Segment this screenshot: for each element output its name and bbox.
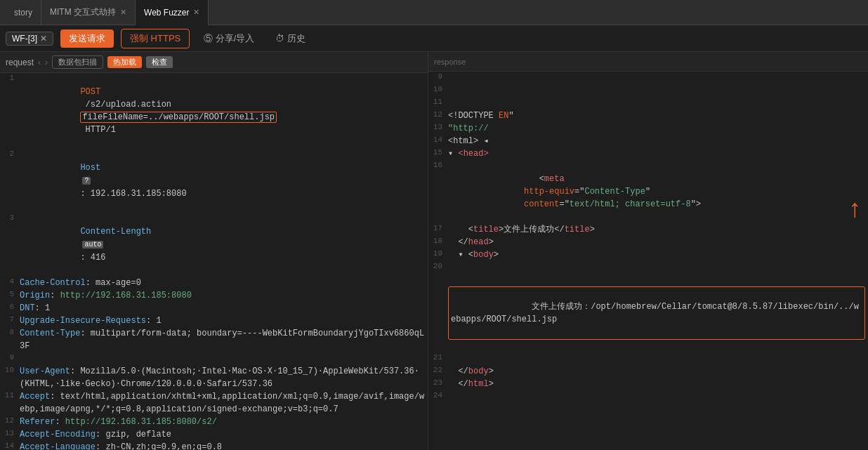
second-toolbar: WF-[3] ✕ 发送请求 强制 HTTPS ⑤ 分享/导入 ⏱ 历史 [0,25,868,52]
tab-mitm-close[interactable]: ✕ [120,8,126,17]
tab-webfuzzer[interactable]: Web Fuzzer ✕ [136,0,209,25]
code-line-13: 13 Accept-Encoding: gzip, deflate [0,428,428,441]
tab-webfuzzer-label: Web Fuzzer [144,8,189,18]
hot-load-button[interactable]: 热加载 [107,56,142,68]
wf-tag-label: WF-[3] [12,34,37,44]
r-code-line-22: 22 </body> [428,365,868,378]
tab-webfuzzer-close[interactable]: ✕ [193,8,199,17]
r-code-line-24: 24 [428,390,868,403]
tab-mitm[interactable]: MITM 交互式劫持 ✕ [41,0,136,25]
r-code-line-17: 17 <title>文件上传成功</title> [428,223,868,236]
code-line-11: 11 Accept: text/html,application/xhtml+x… [0,390,428,416]
r-code-line-18: 18 </head> [428,236,868,249]
right-area: ‹ › ROOT ⊞ ⋮⋮ ⤴ 🏷 » 🔍 iCloud [428,52,868,450]
r-code-line-19: 19 ▾ <body> [428,249,868,261]
code-line-2: 2 Host ? : 192.168.31.185:8080 [0,149,428,213]
nav-forward[interactable]: › [45,58,48,67]
r-code-line-10: 10 [428,84,868,97]
r-code-line-23: 23 </html> [428,378,868,390]
history-button[interactable]: ⏱ 历史 [268,29,313,48]
right-code-area[interactable]: 9 10 11 12 <!DOCTYPE EN" 13 "http:// [428,72,868,450]
nav-back[interactable]: ‹ [38,58,41,67]
r-code-line-15: 15 ▾ <head> [428,147,868,160]
r-code-line-13: 13 "http:// [428,122,868,135]
code-line-5: 5 Origin: http://192.168.31.185:8080 [0,289,428,302]
code-line-1: 1 POST /s2/upload.action fileFileName=..… [0,73,428,149]
code-line-6: 6 DNT: 1 [0,302,428,315]
code-line-14: 14 Accept-Language: zh-CN,zh;q=0.9,en;q=… [0,441,428,450]
code-line-10: 10 User-Agent: Mozilla/5.0·(Macintosh;·I… [0,365,428,390]
code-line-12: 12 Referer: http://192.168.31.185:8080/s… [0,416,428,428]
force-https-button[interactable]: 强制 HTTPS [121,29,190,48]
r-code-line-14: 14 <html> ◂ [428,135,868,147]
r-code-line-16: 16 <meta http-equiv="Content-Type" conte… [428,160,868,223]
code-line-7: 7 Upgrade-Insecure-Requests: 1 [0,315,428,327]
r-code-line-9: 9 [428,72,868,84]
request-label: request [6,58,34,67]
code-line-9: 9 [0,352,428,365]
main-content: request ‹ › 数据包扫描 热加载 检查 1 POST /s2/uplo… [0,52,868,450]
r-code-line-11: 11 [428,97,868,110]
scan-button[interactable]: 数据包扫描 [52,55,103,69]
r-code-line-20: 20 文件上传成功：/opt/homebrew/Cellar/tomcat@8/… [428,261,868,352]
right-code-panel: response 9 10 11 12 <!DOCTYPE EN" 13 [428,52,868,450]
check-button[interactable]: 检查 [146,56,173,68]
share-import-button[interactable]: ⑤ 分享/导入 [197,29,261,48]
wf-tag[interactable]: WF-[3] ✕ [6,32,53,46]
r-code-line-21: 21 [428,352,868,365]
panel-toolbar: request ‹ › 数据包扫描 热加载 检查 [0,52,428,73]
right-panel-label: response [434,58,466,66]
request-code-area[interactable]: 1 POST /s2/upload.action fileFileName=..… [0,73,428,450]
code-line-8: 8 Content-Type: multipart/form-data; bou… [0,327,428,352]
code-line-3: 3 Content-Length auto : 416 [0,213,428,277]
r-code-line-12: 12 <!DOCTYPE EN" [428,110,868,122]
send-request-button[interactable]: 发送请求 [60,29,114,48]
code-line-4: 4 Cache-Control: max-age=0 [0,277,428,289]
wf-tag-close[interactable]: ✕ [40,34,47,44]
tab-mitm-label: MITM 交互式劫持 [50,6,116,18]
red-up-arrow-icon: ↑ [847,198,862,223]
left-panel: request ‹ › 数据包扫描 热加载 检查 1 POST /s2/uplo… [0,52,428,450]
right-code-toolbar: response [428,52,868,72]
tab-story-label: story [14,8,32,18]
tab-bar: story MITM 交互式劫持 ✕ Web Fuzzer ✕ [0,0,868,25]
tab-story[interactable]: story [6,0,41,25]
